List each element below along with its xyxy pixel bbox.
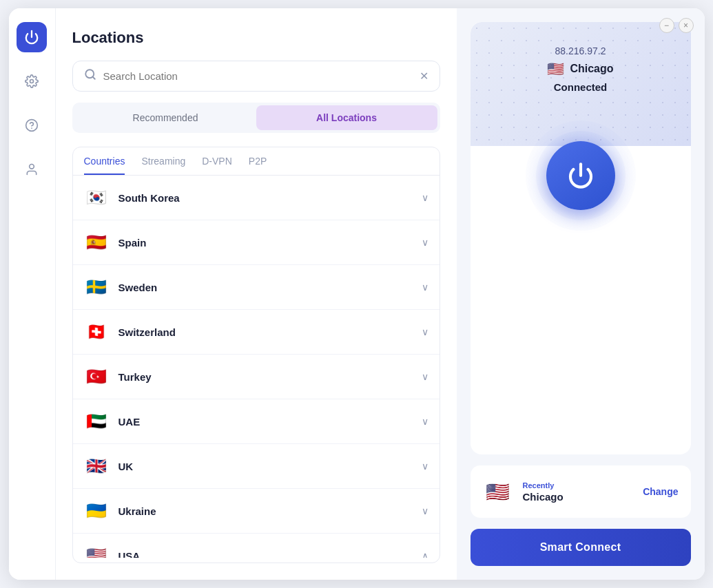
change-button[interactable]: Change — [643, 486, 678, 497]
recently-label: Recently — [523, 481, 634, 490]
country-chevron-icon: ∨ — [422, 505, 428, 516]
country-chevron-icon: ∨ — [422, 237, 428, 248]
sidebar-profile-button[interactable] — [17, 154, 47, 185]
tab-countries[interactable]: Countries — [84, 156, 125, 175]
sidebar — [9, 8, 56, 580]
country-list-container: Countries Streaming D-VPN P2P 🇰🇷 South K… — [72, 147, 440, 563]
search-bar: ✕ — [72, 61, 440, 92]
country-name: Turkey — [118, 371, 422, 383]
country-item[interactable]: 🇸🇪 Sweden ∨ — [73, 265, 440, 310]
page-title: Locations — [72, 29, 440, 47]
close-button[interactable]: × — [679, 18, 694, 33]
country-chevron-icon: ∧ — [422, 550, 428, 558]
window-controls: − × — [659, 18, 694, 33]
country-name: Spain — [118, 237, 422, 249]
country-flag: 🇬🇧 — [84, 454, 109, 479]
country-chevron-icon: ∨ — [422, 192, 428, 203]
app-window: − × — [9, 8, 705, 580]
country-name: Switzerland — [118, 326, 422, 338]
country-name: UK — [118, 461, 422, 472]
country-item[interactable]: 🇨🇭 Switzerland ∨ — [73, 310, 440, 355]
search-icon — [84, 68, 96, 84]
sidebar-help-button[interactable] — [17, 110, 47, 140]
country-flag: 🇹🇷 — [84, 364, 109, 389]
connection-status: Connected — [547, 81, 613, 93]
location-tabs: Recommended All Locations — [72, 103, 440, 133]
search-input[interactable] — [103, 70, 413, 82]
country-flag: 🇺🇦 — [84, 498, 109, 523]
country-name: USA — [118, 550, 422, 558]
country-item[interactable]: 🇬🇧 UK ∨ — [73, 444, 440, 489]
tab-p2p[interactable]: P2P — [249, 156, 267, 175]
country-item[interactable]: 🇺🇦 Ukraine ∨ — [73, 489, 440, 534]
tab-streaming[interactable]: Streaming — [141, 156, 185, 175]
country-chevron-icon: ∨ — [422, 461, 428, 472]
power-button-wrap — [526, 120, 636, 231]
country-name: South Korea — [118, 192, 422, 204]
country-flag: 🇰🇷 — [84, 185, 109, 210]
recently-city: Chicago — [523, 491, 634, 503]
country-name: Sweden — [118, 282, 422, 293]
smart-connect-button[interactable]: Smart Connect — [471, 529, 691, 566]
main-content: Locations ✕ Recommended All Locations Co… — [56, 8, 457, 580]
tab-dvpn[interactable]: D-VPN — [202, 156, 232, 175]
country-chevron-icon: ∨ — [422, 282, 428, 293]
svg-line-6 — [92, 76, 94, 78]
country-name: Ukraine — [118, 505, 422, 517]
country-item[interactable]: 🇺🇸 USA ∧ — [73, 534, 440, 558]
country-flag: 🇺🇸 — [84, 543, 109, 558]
connection-flag: 🇺🇸 — [547, 61, 564, 77]
power-icon — [567, 162, 595, 189]
right-panel: 88.216.97.2 🇺🇸 Chicago Connected — [457, 8, 705, 580]
country-item[interactable]: 🇰🇷 South Korea ∨ — [73, 176, 440, 220]
country-chevron-icon: ∨ — [422, 416, 428, 427]
ip-address: 88.216.97.2 — [547, 45, 613, 56]
country-flag: 🇦🇪 — [84, 409, 109, 434]
power-button[interactable] — [546, 141, 615, 210]
tab-all-locations[interactable]: All Locations — [256, 105, 437, 130]
connection-city: Chicago — [570, 63, 613, 75]
search-clear-button[interactable]: ✕ — [420, 70, 428, 83]
country-item[interactable]: 🇦🇪 UAE ∨ — [73, 399, 440, 444]
country-list: 🇰🇷 South Korea ∨ 🇪🇸 Spain ∨ 🇸🇪 Sweden ∨ … — [73, 176, 440, 558]
recently-card: 🇺🇸 Recently Chicago Change — [471, 465, 691, 518]
country-tabs: Countries Streaming D-VPN P2P — [73, 147, 440, 176]
country-item[interactable]: 🇹🇷 Turkey ∨ — [73, 355, 440, 399]
recently-flag: 🇺🇸 — [483, 476, 513, 507]
tab-recommended[interactable]: Recommended — [75, 105, 256, 130]
country-flag: 🇨🇭 — [84, 319, 109, 344]
location-flag-name: 🇺🇸 Chicago — [547, 61, 613, 77]
country-flag: 🇸🇪 — [84, 275, 109, 300]
svg-point-4 — [30, 165, 34, 169]
country-chevron-icon: ∨ — [422, 371, 428, 382]
sidebar-power-button[interactable] — [17, 22, 47, 52]
sidebar-settings-button[interactable] — [17, 66, 47, 96]
country-flag: 🇪🇸 — [84, 230, 109, 255]
country-item[interactable]: 🇪🇸 Spain ∨ — [73, 220, 440, 265]
country-chevron-icon: ∨ — [422, 326, 428, 337]
minimize-button[interactable]: − — [659, 18, 674, 33]
recently-info: Recently Chicago — [523, 481, 634, 503]
connection-info: 88.216.97.2 🇺🇸 Chicago Connected — [547, 39, 613, 107]
svg-point-1 — [30, 80, 34, 83]
connection-card: 88.216.97.2 🇺🇸 Chicago Connected — [471, 22, 691, 454]
country-name: UAE — [118, 416, 422, 428]
